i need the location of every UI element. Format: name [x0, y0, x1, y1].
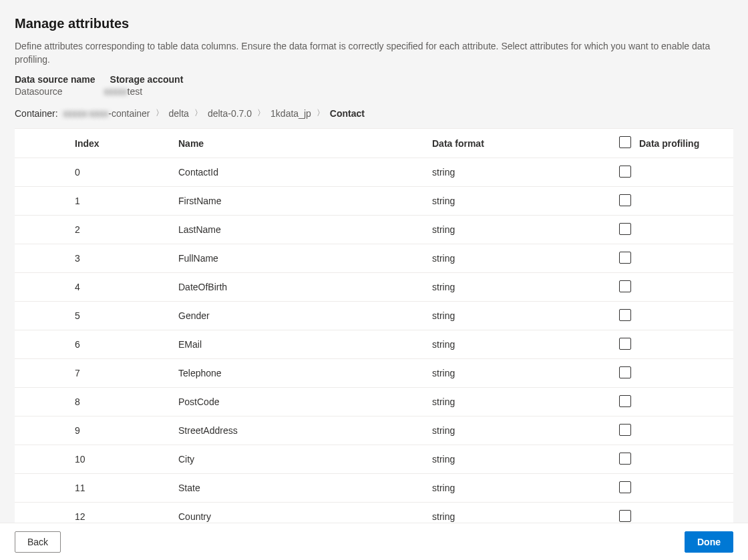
table-row: 5Genderstring [15, 302, 733, 330]
storage-account-value: xxxxxtest [104, 86, 143, 97]
cell-index: 10 [75, 454, 178, 465]
breadcrumb-link[interactable]: delta-0.7.0 [208, 108, 252, 119]
chevron-right-icon: 〉 [156, 107, 164, 119]
cell-name: PostCode [178, 396, 432, 407]
breadcrumb: Container: xxxxx-xxxx-container 〉delta〉d… [15, 107, 733, 119]
cell-format: string [432, 196, 619, 206]
table-row: 12Countrystring [15, 503, 733, 523]
table-row: 2LastNamestring [15, 216, 733, 244]
cell-format: string [432, 396, 619, 407]
breadcrumb-container-masked: xxxxx-xxxx [63, 108, 109, 119]
cell-name: DateOfBirth [178, 282, 432, 292]
cell-name: Country [178, 511, 432, 522]
profiling-checkbox[interactable] [619, 252, 631, 264]
cell-name: FirstName [178, 196, 432, 206]
cell-format: string [432, 282, 619, 292]
cell-name: LastName [178, 224, 432, 235]
table-row: 11Statestring [15, 474, 733, 503]
cell-format: string [432, 167, 619, 178]
cell-format: string [432, 339, 619, 350]
table-row: 9StreetAddressstring [15, 416, 733, 445]
col-profiling: Data profiling [639, 138, 699, 149]
profiling-checkbox[interactable] [619, 338, 631, 350]
chevron-right-icon: 〉 [257, 107, 265, 119]
table-row: 8PostCodestring [15, 388, 733, 416]
cell-name: State [178, 483, 432, 493]
cell-format: string [432, 454, 619, 465]
table-header: Index Name Data format Data profiling [15, 129, 733, 158]
back-button[interactable]: Back [15, 531, 61, 553]
profiling-checkbox[interactable] [619, 280, 631, 292]
cell-index: 1 [75, 196, 178, 206]
chevron-right-icon: 〉 [194, 107, 202, 119]
profiling-checkbox[interactable] [619, 223, 631, 235]
cell-name: StreetAddress [178, 425, 432, 436]
datasource-name-label: Data source name [15, 74, 96, 85]
breadcrumb-container-label: Container: [15, 108, 58, 119]
cell-format: string [432, 224, 619, 235]
profiling-checkbox[interactable] [619, 453, 631, 465]
breadcrumb-container-suffix: -container [108, 108, 150, 119]
cell-index: 3 [75, 253, 178, 264]
table-row: 1FirstNamestring [15, 187, 733, 216]
profiling-checkbox[interactable] [619, 194, 631, 206]
cell-name: ContactId [178, 167, 432, 178]
cell-format: string [432, 368, 619, 378]
col-index: Index [75, 138, 178, 149]
table-row: 4DateOfBirthstring [15, 273, 733, 302]
table-row: 10Citystring [15, 445, 733, 474]
table-row: 0ContactIdstring [15, 158, 733, 187]
page-subtitle: Define attributes corresponding to table… [15, 39, 733, 66]
table-row: 7Telephonestring [15, 359, 733, 388]
done-button[interactable]: Done [685, 531, 733, 553]
cell-format: string [432, 425, 619, 436]
profiling-checkbox[interactable] [619, 166, 631, 178]
cell-name: FullName [178, 253, 432, 264]
cell-index: 7 [75, 368, 178, 378]
cell-name: EMail [178, 339, 432, 350]
profiling-checkbox[interactable] [619, 481, 631, 493]
table-body: 0ContactIdstring1FirstNamestring2LastNam… [15, 158, 733, 523]
profiling-checkbox[interactable] [619, 395, 631, 407]
profiling-checkbox[interactable] [619, 424, 631, 436]
profiling-checkbox[interactable] [619, 366, 631, 378]
profiling-checkbox[interactable] [619, 309, 631, 321]
storage-account-masked: xxxxx [104, 86, 128, 97]
table-row: 3FullNamestring [15, 244, 733, 273]
storage-account-suffix: test [128, 86, 143, 97]
cell-index: 5 [75, 310, 178, 321]
cell-index: 8 [75, 396, 178, 407]
cell-format: string [432, 310, 619, 321]
cell-index: 9 [75, 425, 178, 436]
cell-index: 4 [75, 282, 178, 292]
col-name: Name [178, 138, 432, 149]
cell-name: Telephone [178, 368, 432, 378]
cell-index: 0 [75, 167, 178, 178]
datasource-name-value: Datasource [15, 86, 63, 97]
cell-format: string [432, 253, 619, 264]
profiling-checkbox[interactable] [619, 510, 631, 522]
breadcrumb-link[interactable]: 1kdata_jp [270, 108, 311, 119]
cell-name: Gender [178, 310, 432, 321]
cell-format: string [432, 511, 619, 522]
col-format: Data format [432, 138, 619, 149]
cell-index: 12 [75, 511, 178, 522]
select-all-profiling-checkbox[interactable] [619, 136, 631, 148]
cell-index: 2 [75, 224, 178, 235]
footer-bar: Back Done [0, 523, 748, 560]
breadcrumb-link[interactable]: delta [169, 108, 189, 119]
storage-account-label: Storage account [110, 74, 184, 85]
cell-index: 11 [75, 483, 178, 493]
cell-name: City [178, 454, 432, 465]
cell-index: 6 [75, 339, 178, 350]
breadcrumb-container[interactable]: xxxxx-xxxx-container [63, 108, 150, 119]
page-title: Manage attributes [15, 16, 733, 31]
attributes-table: Index Name Data format Data profiling 0C… [15, 128, 733, 523]
breadcrumb-current: Contact [330, 108, 365, 119]
cell-format: string [432, 483, 619, 493]
table-row: 6EMailstring [15, 330, 733, 359]
chevron-right-icon: 〉 [317, 107, 325, 119]
